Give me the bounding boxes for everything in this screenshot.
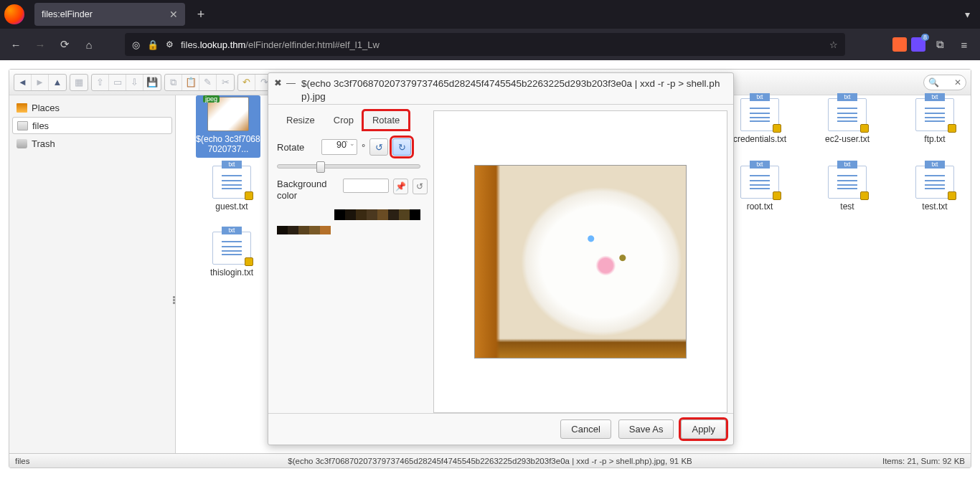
palette-color[interactable] xyxy=(320,226,331,234)
file-item-selected[interactable]: jpeg $(echo 3c3f70687020737... xyxy=(196,95,260,158)
nav-back-icon[interactable]: ◄ xyxy=(14,75,32,90)
nav-files[interactable]: files xyxy=(12,117,172,134)
pin-button[interactable]: 📌 xyxy=(393,179,408,194)
delete-icon[interactable]: ✂ xyxy=(217,75,234,90)
bookmark-star-icon[interactable]: ☆ xyxy=(829,39,838,50)
lock-icon xyxy=(860,124,869,133)
file-item[interactable]: txt guest.txt xyxy=(196,166,268,212)
extensions-button[interactable]: ⧉ xyxy=(930,34,950,54)
controls-pane: Resize Crop Rotate Rotate 90 ° ↺ ↻ xyxy=(277,110,428,413)
palette-color[interactable] xyxy=(277,226,288,234)
home-button[interactable]: ⌂ xyxy=(79,34,99,54)
txt-thumb: txt xyxy=(915,98,954,131)
open-icon[interactable]: ▭ xyxy=(109,75,126,90)
rotate-label: Rotate xyxy=(277,142,317,153)
app-menu-button[interactable]: ≡ xyxy=(954,34,974,54)
lock-icon xyxy=(245,191,253,200)
rotate-ccw-button[interactable]: ↺ xyxy=(369,138,388,156)
status-right: Items: 21, Sum: 92 KB xyxy=(882,457,965,465)
lock-icon xyxy=(773,124,781,133)
file-item[interactable]: txt ec2-user.txt xyxy=(811,98,883,144)
saveas-button[interactable]: Save As xyxy=(618,419,674,439)
file-item[interactable]: txt test xyxy=(811,166,883,212)
file-item[interactable]: txt test.txt xyxy=(899,166,971,212)
dialog-titlebar[interactable]: ✖ — $(echo 3c3f706870207379737465d28245f… xyxy=(268,73,733,105)
upload-icon[interactable]: ⇧ xyxy=(92,75,109,90)
url-bar[interactable]: ◎ 🔒 ⚙ files.lookup.thm/elFinder/elfinder… xyxy=(125,33,845,56)
elfinder: ◄ ► ▲ ▦ ⇧ ▭ ⇩ 💾 ⧉ 📋 ✎ ✂ ↶ ↷ xyxy=(9,69,971,468)
save-icon[interactable]: 💾 xyxy=(143,75,161,90)
jpeg-badge: jpeg xyxy=(203,95,220,103)
nav-up-icon[interactable]: ▲ xyxy=(49,75,66,90)
rotate-slider[interactable] xyxy=(277,164,420,169)
reload-button[interactable]: ⟳ xyxy=(55,34,75,54)
degree-symbol: ° xyxy=(362,142,365,153)
palette-color[interactable] xyxy=(288,226,298,234)
file-item[interactable]: txt root.txt xyxy=(724,166,796,212)
search-icon: 🔍 xyxy=(928,77,939,87)
browser-tab[interactable]: files:elFinder ✕ xyxy=(34,3,185,26)
copy-icon[interactable]: ⧉ xyxy=(165,75,182,90)
lock-insecure-icon: 🔒 xyxy=(147,39,159,50)
cut-icon[interactable]: ✎ xyxy=(199,75,217,90)
reset-button[interactable]: ↺ xyxy=(413,179,428,194)
nav-tree: Places files Trash xyxy=(9,95,176,453)
file-item[interactable]: txt credentials.txt xyxy=(724,98,796,144)
extension2-icon[interactable] xyxy=(911,37,925,52)
places-icon xyxy=(17,103,27,113)
slider-thumb[interactable] xyxy=(316,161,325,173)
file-item[interactable]: txt thislogin.txt xyxy=(196,232,268,277)
file-name: test xyxy=(811,201,883,212)
apply-button[interactable]: Apply xyxy=(681,419,726,439)
app-viewport: ◄ ► ▲ ▦ ⇧ ▭ ⇩ 💾 ⧉ 📋 ✎ ✂ ↶ ↷ xyxy=(0,60,980,484)
palette-color[interactable] xyxy=(377,209,388,220)
file-name: $(echo 3c3f70687020737... xyxy=(196,134,260,155)
tabs-overflow-icon[interactable]: ▾ xyxy=(965,9,970,20)
back-button[interactable]: ← xyxy=(6,34,26,54)
palette-color[interactable] xyxy=(298,226,309,234)
cancel-button[interactable]: Cancel xyxy=(560,419,611,439)
paste-icon[interactable]: 📋 xyxy=(182,75,199,90)
txt-thumb: txt xyxy=(740,98,779,131)
search-field[interactable]: 🔍 ✕ xyxy=(923,75,966,90)
palette-color[interactable] xyxy=(334,209,345,220)
preview-image[interactable] xyxy=(474,165,687,359)
nav-fwd-icon[interactable]: ► xyxy=(32,75,49,90)
new-tab-button[interactable]: + xyxy=(191,4,211,24)
tab-close-icon[interactable]: ✕ xyxy=(169,9,178,20)
file-name: ftp.txt xyxy=(899,134,971,144)
dialog-minimize-icon[interactable]: — xyxy=(286,77,296,88)
rotate-degree-input[interactable]: 90 xyxy=(321,139,357,155)
nav-trash[interactable]: Trash xyxy=(12,135,172,152)
palette-color[interactable] xyxy=(356,209,367,220)
palette-color[interactable] xyxy=(345,209,356,220)
download-icon[interactable]: ⇩ xyxy=(126,75,143,90)
rotate-cw-button[interactable]: ↻ xyxy=(392,138,411,156)
tab-crop[interactable]: Crop xyxy=(324,110,363,130)
newfolder-icon[interactable]: ▦ xyxy=(70,75,88,90)
search-clear-icon[interactable]: ✕ xyxy=(954,77,961,87)
tab-strip: files:elFinder ✕ + ▾ xyxy=(0,0,980,29)
undo-icon[interactable]: ↶ xyxy=(238,75,255,90)
palette-row2[interactable] xyxy=(277,226,420,234)
file-item[interactable]: txt ftp.txt xyxy=(899,98,971,144)
bgcolor-label: Background color xyxy=(277,179,339,201)
shield-icon: ◎ xyxy=(132,39,140,50)
dialog-close-icon[interactable]: ✖ xyxy=(274,77,282,88)
ext-badge: txt xyxy=(222,161,242,169)
palette-color[interactable] xyxy=(399,209,410,220)
tab-resize[interactable]: Resize xyxy=(277,110,324,130)
folder-icon xyxy=(17,121,28,131)
palette-color[interactable] xyxy=(410,209,420,220)
palette-color[interactable] xyxy=(388,209,399,220)
status-left: files xyxy=(15,457,29,465)
edit-image-dialog: ✖ — $(echo 3c3f706870207379737465d28245f… xyxy=(268,72,734,445)
extension1-icon[interactable] xyxy=(892,37,907,52)
bgcolor-swatch[interactable] xyxy=(343,179,388,193)
nav-places[interactable]: Places xyxy=(12,99,172,116)
palette-color[interactable] xyxy=(367,209,377,220)
forward-button[interactable]: → xyxy=(30,34,50,54)
tab-rotate[interactable]: Rotate xyxy=(363,110,409,130)
status-bar: files $(echo 3c3f706870207379737465d2824… xyxy=(9,453,971,468)
palette-color[interactable] xyxy=(309,226,320,234)
